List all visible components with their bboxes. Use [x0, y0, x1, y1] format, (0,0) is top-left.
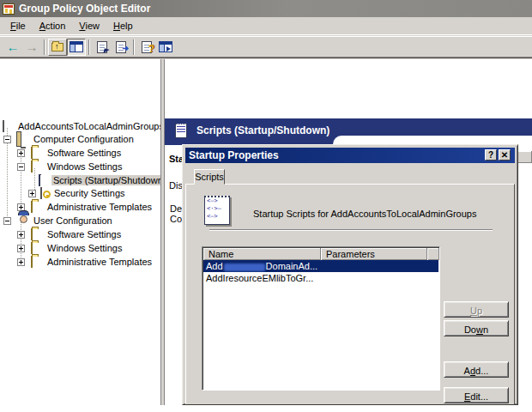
- menu-view[interactable]: View: [72, 19, 106, 33]
- export-list-icon: ➜: [116, 41, 126, 53]
- tree-item-software-settings[interactable]: Software Settings: [0, 147, 160, 160]
- expander-minus-icon[interactable]: [17, 163, 25, 171]
- tree-item-security-settings[interactable]: Security Settings: [0, 187, 160, 200]
- dialog-title: Startup Properties: [189, 149, 279, 161]
- down-button[interactable]: Down: [444, 320, 509, 336]
- help-button[interactable]: ?: [137, 39, 156, 56]
- security-icon: [40, 187, 42, 199]
- dialog-titlebar[interactable]: Startup Properties: [185, 148, 515, 163]
- back-button[interactable]: ←: [3, 39, 22, 56]
- scripts-icon: [39, 174, 40, 186]
- folder-icon: [31, 201, 33, 213]
- screen: Group Policy Object Editor File Action V…: [0, 0, 532, 412]
- folder-icon: [31, 161, 33, 173]
- gpo-icon: [3, 120, 4, 132]
- properties-icon: [97, 41, 107, 53]
- clipped-description-text: De: [170, 203, 182, 214]
- scripts-icon: [175, 124, 187, 138]
- back-arrow-icon: ←: [7, 40, 20, 53]
- export-list-button[interactable]: ➜: [112, 39, 130, 56]
- dialog-description: Startup Scripts for AddAccountsToLocalAd…: [253, 209, 476, 219]
- startup-properties-dialog: Startup Properties ? ✕ Scripts <—> <·>— …: [182, 144, 518, 405]
- console-tree-icon: [70, 41, 83, 52]
- column-header-filler: [427, 248, 439, 260]
- expander-plus-icon[interactable]: [17, 258, 25, 266]
- expander-minus-icon[interactable]: [3, 217, 11, 225]
- up-button[interactable]: Up: [444, 301, 509, 318]
- menu-file[interactable]: File: [3, 19, 33, 33]
- help-icon: ?: [142, 41, 152, 53]
- expander-plus-icon[interactable]: [17, 245, 25, 252]
- forward-arrow-icon: →: [26, 40, 39, 53]
- scripts-listview[interactable]: Name Parameters AddDomainAd... AddIresou…: [202, 246, 440, 391]
- folder-icon: [31, 256, 33, 268]
- clipped-description-text: Co: [170, 214, 182, 224]
- expander-minus-icon[interactable]: [3, 136, 11, 143]
- up-one-level-button[interactable]: ↑: [48, 39, 67, 56]
- column-header-parameters[interactable]: Parameters: [321, 248, 427, 260]
- folder-icon: [31, 242, 33, 254]
- dialog-close-button[interactable]: ✕: [499, 149, 511, 161]
- tree-item-administrative-templates-user[interactable]: Administrative Templates: [0, 256, 160, 269]
- menu-help[interactable]: Help: [106, 19, 140, 33]
- expander-plus-icon[interactable]: [17, 149, 25, 157]
- window-title: Group Policy Object Editor: [19, 3, 150, 15]
- up-folder-icon: ↑: [51, 43, 63, 52]
- edit-button[interactable]: Edit...: [444, 387, 509, 403]
- column-header-name[interactable]: Name: [203, 248, 321, 260]
- toolbar: ← → ↑ ➜ ?: [0, 36, 532, 58]
- tree-item-user-configuration[interactable]: User Configuration: [0, 215, 160, 227]
- dialog-tab-body: <—> <·>— <—> Startup Scripts for AddAcco…: [185, 184, 515, 404]
- forward-button[interactable]: →: [22, 39, 41, 56]
- folder-icon: [31, 228, 33, 240]
- show-console-tree-button[interactable]: [67, 39, 86, 56]
- tree-item-windows-settings-user[interactable]: Windows Settings: [0, 242, 160, 255]
- script-row-selected[interactable]: AddDomainAd...: [203, 260, 438, 272]
- tree-item-scripts[interactable]: Scripts (Startup/Shutdown): [0, 174, 160, 187]
- window-titlebar[interactable]: Group Policy Object Editor: [0, 0, 532, 17]
- tab-scripts[interactable]: Scripts: [194, 169, 225, 185]
- dialog-help-button[interactable]: ?: [485, 149, 497, 161]
- dialog-separator: [209, 229, 493, 231]
- expander-plus-icon[interactable]: [28, 190, 36, 197]
- toolbar-separator: [88, 39, 90, 55]
- add-button[interactable]: Add...: [444, 361, 509, 378]
- menu-bar: File Action View Help: [0, 17, 532, 35]
- script-row[interactable]: AddIresourceEMlibToGr...: [203, 272, 438, 284]
- redacted-text: [224, 264, 265, 271]
- tree-item-windows-settings[interactable]: Windows Settings: [0, 161, 160, 173]
- extended-view-icon: [159, 41, 172, 52]
- tree-item-root[interactable]: AddAccountsToLocalAdminGroups [: [0, 120, 160, 133]
- toolbar-separator: [133, 39, 135, 55]
- toolbar-separator: [44, 39, 45, 55]
- properties-button[interactable]: [93, 39, 112, 56]
- screenshot-crop-edge: [0, 405, 532, 412]
- expander-plus-icon[interactable]: [17, 231, 25, 239]
- taskpad-title: Scripts (Startup/Shutdown): [196, 124, 329, 136]
- app-icon: [3, 3, 15, 15]
- console-tree-pane: AddAccountsToLocalAdminGroups [ Computer…: [0, 59, 160, 406]
- tree-item-software-settings-user[interactable]: Software Settings: [0, 228, 160, 241]
- menu-action[interactable]: Action: [33, 19, 73, 33]
- show-extended-view-button[interactable]: [156, 39, 175, 56]
- folder-icon: [31, 147, 33, 159]
- computer-icon: [17, 132, 21, 146]
- tree-item-computer-configuration[interactable]: Computer Configuration: [0, 133, 160, 146]
- startup-scripts-icon: <—> <·>— <—>: [204, 196, 230, 225]
